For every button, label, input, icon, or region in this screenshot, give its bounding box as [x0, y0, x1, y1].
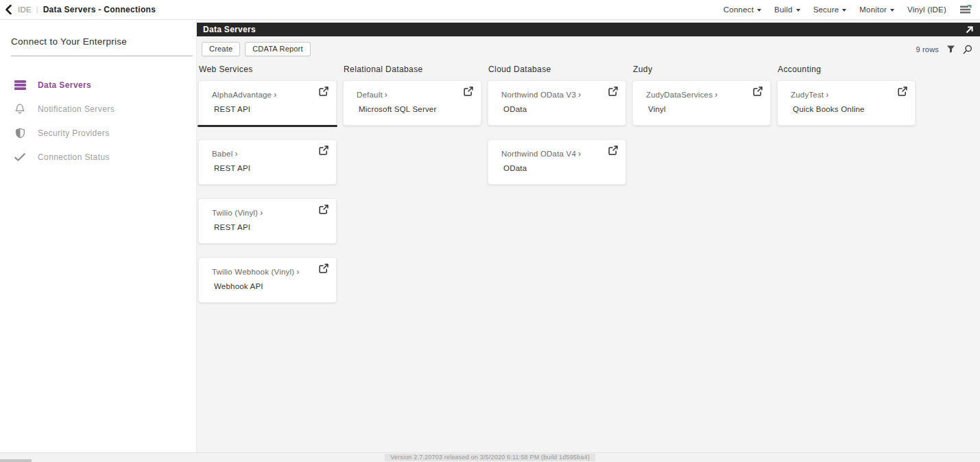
chevron-right-icon: › [578, 91, 581, 99]
card-title[interactable]: Babel [212, 150, 232, 158]
category-column-accounting: Accounting ZudyTest › Quick Books Online [777, 65, 916, 316]
card-title[interactable]: ZudyTest [791, 91, 824, 99]
menu-secure[interactable]: Secure [813, 5, 847, 14]
sidebar: Connect to Your Enterprise Data Servers … [0, 20, 197, 452]
top-bar: IDE | Data Servers - Connections Connect… [0, 0, 980, 20]
card-list: AlphaAdvantage › REST API Babel › REST A… [198, 80, 337, 303]
sidebar-item-security-providers[interactable]: Security Providers [0, 121, 196, 145]
card-title[interactable]: Northwind OData V3 [501, 91, 576, 99]
menu-item-label: Secure [813, 5, 839, 14]
horizontal-scrollbar-thumb[interactable] [0, 459, 32, 462]
panel-header: Data Servers [197, 23, 980, 36]
version-text: Version 2.7.20703 released on 3/5/2020 6… [385, 454, 595, 461]
card-title[interactable]: Twilio Webhook (Vinyl) [212, 268, 294, 276]
app-label: IDE [18, 5, 32, 14]
card-twilio-webhook-vinyl[interactable]: Twilio Webhook (Vinyl) › Webhook API [198, 257, 337, 303]
breadcrumb: IDE | Data Servers - Connections [5, 5, 156, 14]
breadcrumb-separator: | [36, 5, 38, 14]
menu-vinyl-ide[interactable]: Vinyl (IDE) [907, 5, 946, 14]
sidebar-item-label: Notification Servers [38, 104, 115, 114]
external-link-icon[interactable] [319, 146, 328, 157]
chevron-right-icon: › [260, 209, 263, 217]
chevron-right-icon: › [385, 91, 387, 99]
external-link-icon[interactable] [608, 86, 618, 98]
card-zudydataservices[interactable]: ZudyDataServices › Vinyl [632, 80, 771, 126]
card-babel[interactable]: Babel › REST API [198, 139, 337, 185]
sidebar-item-notification-servers[interactable]: Notification Servers [0, 97, 196, 121]
external-link-icon[interactable] [898, 86, 907, 98]
chevron-right-icon: › [274, 91, 276, 99]
footer: Version 2.7.20703 released on 3/5/2020 6… [0, 452, 980, 462]
external-link-icon[interactable] [319, 205, 328, 216]
category-column-cloud-database: Cloud Database Northwind OData V3 › ODat… [488, 65, 626, 316]
top-nav: Connect Build Secure Monitor Vinyl (IDE) [724, 5, 972, 14]
chevron-left-icon [5, 5, 12, 14]
card-zudytest[interactable]: ZudyTest › Quick Books Online [777, 80, 916, 126]
card-list: ZudyDataServices › Vinyl [632, 80, 771, 126]
chevron-right-icon: › [826, 91, 828, 99]
sidebar-item-connection-status[interactable]: Connection Status [0, 145, 196, 169]
chevron-down-icon [842, 9, 846, 12]
search-icon[interactable] [963, 45, 972, 54]
external-link-icon[interactable] [319, 86, 328, 98]
card-title[interactable]: Default [357, 91, 383, 99]
category-column-zudy: Zudy ZudyDataServices › Vinyl [632, 65, 771, 316]
open-fullscreen-icon[interactable] [965, 25, 974, 34]
create-button[interactable]: Create [202, 42, 240, 56]
chevron-right-icon: › [578, 150, 581, 158]
card-subtitle: OData [501, 164, 616, 172]
page-title: Data Servers - Connections [43, 5, 156, 14]
chevron-down-icon [890, 9, 894, 12]
card-default[interactable]: Default › Microsoft SQL Server [343, 80, 481, 126]
chevron-right-icon: › [296, 268, 299, 276]
card-subtitle: REST API [212, 164, 326, 172]
card-subtitle: REST API [212, 223, 326, 231]
category-header-cloud-database: Cloud Database [488, 65, 626, 74]
menu-item-label: Connect [724, 5, 754, 14]
category-header-relational-database: Relational Database [344, 65, 481, 74]
menu-item-label: Monitor [859, 5, 887, 14]
card-alphaadvantage[interactable]: AlphaAdvantage › REST API [198, 80, 337, 126]
card-title[interactable]: Twilio (Vinyl) [212, 209, 258, 217]
menu-item-label: Vinyl (IDE) [907, 5, 946, 14]
menu-connect[interactable]: Connect [724, 5, 761, 14]
sidebar-item-data-servers[interactable]: Data Servers [0, 73, 196, 97]
chevron-right-icon: › [235, 150, 237, 158]
external-link-icon[interactable] [319, 264, 328, 275]
card-list: Default › Microsoft SQL Server [343, 80, 481, 126]
card-subtitle: Microsoft SQL Server [357, 105, 471, 113]
card-title[interactable]: Northwind OData V4 [501, 150, 576, 158]
vinyl-logo-icon[interactable] [959, 5, 972, 14]
chevron-right-icon: › [715, 91, 717, 99]
card-columns: Web Services AlphaAdvantage › REST API B… [197, 56, 980, 316]
card-twilio-vinyl[interactable]: Twilio (Vinyl) › REST API [198, 198, 337, 244]
menu-build[interactable]: Build [774, 5, 800, 14]
shield-icon [14, 128, 26, 139]
panel-toolbar: Create CDATA Report 9 rows [197, 36, 980, 56]
card-subtitle: Vinyl [646, 105, 761, 113]
cdata-report-button[interactable]: CDATA Report [245, 42, 311, 56]
card-subtitle: OData [501, 105, 616, 113]
panel-title: Data Servers [203, 25, 256, 34]
sidebar-divider [11, 56, 193, 56]
sidebar-item-label: Connection Status [38, 152, 110, 162]
card-northwind-odata-v3[interactable]: Northwind OData V3 › OData [488, 80, 626, 126]
card-title[interactable]: ZudyDataServices [646, 91, 713, 99]
external-link-icon[interactable] [608, 146, 618, 157]
menu-item-label: Build [774, 5, 793, 14]
filter-funnel-icon[interactable] [946, 45, 955, 54]
external-link-icon[interactable] [464, 86, 473, 98]
card-subtitle: Webhook API [212, 282, 326, 290]
check-icon [14, 153, 26, 161]
card-list: Northwind OData V3 › OData Northwind ODa… [488, 80, 626, 185]
menu-monitor[interactable]: Monitor [859, 5, 894, 14]
sidebar-heading: Connect to Your Enterprise [11, 36, 196, 47]
external-link-icon[interactable] [753, 86, 763, 98]
card-title[interactable]: AlphaAdvantage [212, 91, 272, 99]
category-column-web-services: Web Services AlphaAdvantage › REST API B… [198, 65, 337, 316]
sidebar-nav: Data Servers Notification Servers Securi… [0, 73, 196, 169]
card-northwind-odata-v4[interactable]: Northwind OData V4 › OData [488, 139, 626, 185]
chevron-down-icon [757, 9, 761, 12]
sidebar-item-label: Security Providers [38, 128, 110, 138]
back-button[interactable] [5, 5, 13, 14]
